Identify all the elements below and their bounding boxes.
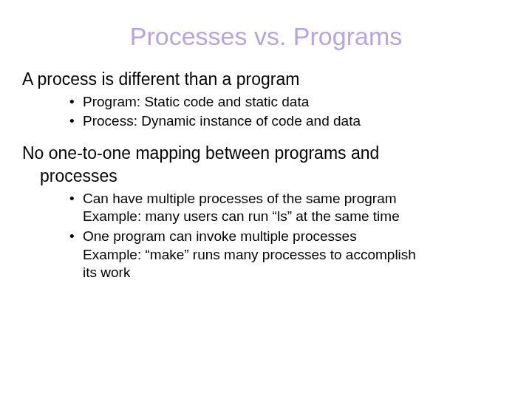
- bullet-2a: Can have multiple processes of the same …: [69, 190, 510, 226]
- bullet-text: Process: Dynamic instance of code and da…: [83, 113, 361, 129]
- bullet-1b: Process: Dynamic instance of code and da…: [69, 112, 510, 131]
- bullet-text-line2: Example: “make” runs many processes to a…: [83, 246, 510, 265]
- bullet-text-line2: Example: many users can run “ls” at the …: [83, 208, 510, 226]
- paragraph-2-line2: processes: [22, 166, 510, 187]
- slide: Processes vs. Programs A process is diff…: [0, 0, 532, 399]
- bullet-text-line1: One program can invoke multiple processe…: [83, 228, 357, 244]
- paragraph-2-line1: No one-to-one mapping between programs a…: [22, 143, 510, 164]
- bullet-text-line3: its work: [83, 264, 510, 282]
- bullet-2b: One program can invoke multiple processe…: [69, 228, 510, 282]
- bullet-list-2: Can have multiple processes of the same …: [22, 190, 510, 282]
- bullet-text: Program: Static code and static data: [83, 94, 309, 109]
- paragraph-1: A process is different than a program: [22, 69, 510, 90]
- bullet-text-line1: Can have multiple processes of the same …: [83, 191, 397, 206]
- slide-title: Processes vs. Programs: [22, 22, 510, 51]
- bullet-1a: Program: Static code and static data: [69, 93, 510, 112]
- bullet-list-1: Program: Static code and static data Pro…: [22, 93, 510, 131]
